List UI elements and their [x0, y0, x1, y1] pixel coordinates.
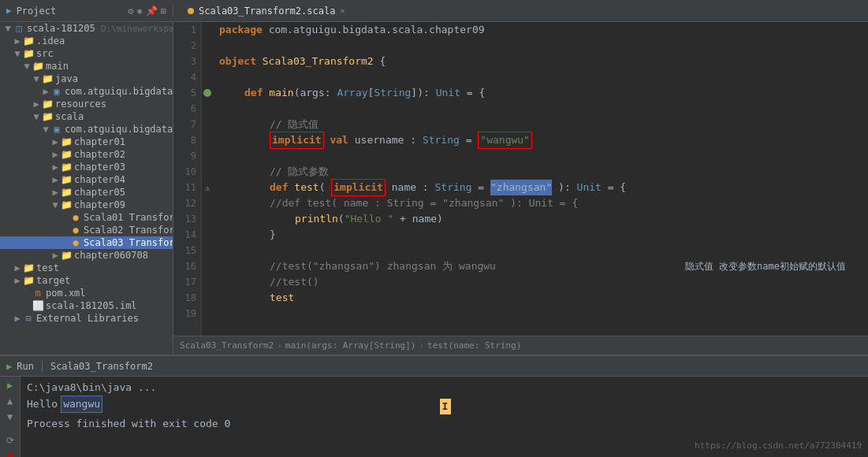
ch09-arrow: ▼	[50, 199, 60, 210]
g7	[202, 117, 213, 132]
code-line-2	[219, 38, 862, 54]
g15	[202, 243, 213, 258]
tree-test[interactable]: ▶ 📁 test	[0, 262, 173, 274]
fn-test-call: test	[270, 290, 294, 306]
tree-ch01[interactable]: ▶ 📁 chapter01	[0, 136, 173, 148]
plus13: + name)	[393, 211, 443, 227]
ln-9: 9	[173, 148, 196, 164]
tree-ext-libs[interactable]: ▶ ⊟ External Libraries	[0, 312, 173, 325]
run-play-button[interactable]: ▶	[2, 380, 18, 391]
ln-1: 1	[173, 22, 196, 38]
tree-resources[interactable]: ▶ 📁 resources	[0, 98, 173, 110]
kw-def-11: def	[270, 180, 294, 195]
g13	[202, 211, 213, 227]
run-up-button[interactable]: ▲	[2, 396, 18, 407]
code-line-10: // 隐式参数	[219, 164, 862, 180]
ch02-folder-icon: 📁	[60, 149, 73, 160]
kw-implicit-11: implicit	[331, 179, 386, 196]
scala01-icon: ●	[69, 212, 82, 223]
run-sep	[42, 361, 43, 372]
code-content[interactable]: package com.atguigu.bigdata.scala.chapte…	[213, 22, 868, 336]
run-down-button[interactable]: ▼	[2, 411, 18, 422]
tree-com-test[interactable]: ▶ ▣ com.atguiqu.bigdata.test	[0, 85, 173, 98]
tab-label: Scala03_Transform2.scala	[199, 6, 335, 17]
code-line-15	[219, 243, 862, 258]
fn-main: main	[269, 85, 293, 101]
tree-scala03[interactable]: ● Scala03 Transform2	[0, 236, 173, 249]
ln-19: 19	[173, 306, 196, 321]
run-reload-button[interactable]: ⟳	[2, 435, 18, 446]
ln-15: 15	[173, 243, 196, 258]
kw-object: object	[219, 54, 263, 69]
tree-scala01[interactable]: ● Scala01 Transform	[0, 211, 173, 224]
resources-arrow: ▶	[32, 98, 41, 110]
ch05-folder-icon: 📁	[60, 187, 73, 198]
tree-target[interactable]: ▶ 📁 target	[0, 274, 173, 287]
ch04-arrow: ▶	[50, 174, 60, 185]
tree-ch05[interactable]: ▶ 📁 chapter05	[0, 186, 173, 199]
comment-16: //test("zhangsan") zhangsan 为 wangwu	[270, 258, 496, 274]
ln-16: 16	[173, 258, 196, 274]
pin-icon[interactable]: 📌	[146, 6, 158, 17]
config-icon[interactable]: ✱	[137, 6, 143, 17]
run-stop-button[interactable]: ■	[2, 451, 18, 457]
tree-ch060708[interactable]: ▶ 📁 chapter060708	[0, 249, 173, 262]
tree-ch03[interactable]: ▶ 📁 chapter03	[0, 161, 173, 173]
colon8: :	[410, 132, 423, 148]
gear-icon[interactable]: ⚙	[128, 6, 133, 17]
comment-12: //def test( name : String = "zhangsan" )…	[270, 195, 578, 211]
bracket-close: ]):	[411, 85, 435, 101]
active-tab[interactable]: Scala03_Transform2.scala ✕	[180, 2, 352, 20]
tree-pom[interactable]: m pom.xml	[0, 287, 173, 299]
g19	[202, 306, 213, 321]
tree-scala02[interactable]: ● Scala02 Transform1	[0, 224, 173, 236]
tree-scala[interactable]: ▼ 📁 scala	[0, 110, 173, 123]
tree-ch09[interactable]: ▼ 📁 chapter09	[0, 199, 173, 211]
close11: ):	[552, 180, 576, 195]
eq8: =	[460, 132, 478, 148]
idea-arrow: ▶	[13, 35, 22, 46]
g5[interactable]	[202, 85, 213, 101]
tree-idea[interactable]: ▶ 📁 .idea	[0, 35, 173, 47]
ch02-arrow: ▶	[50, 149, 60, 160]
test-folder-icon: 📁	[22, 262, 35, 273]
scala-folder-icon: 📁	[41, 111, 54, 122]
code-line-1: package com.atguigu.bigdata.scala.chapte…	[219, 22, 862, 38]
code-line-11: def test ( implicit name : String = "zha…	[219, 180, 862, 195]
main-arrow: ▼	[22, 61, 32, 72]
tree-src[interactable]: ▼ 📁 src	[0, 47, 173, 60]
tree-root[interactable]: ▼ ◫ scala-181205 D:\mineworkspace\idea\c…	[0, 22, 173, 35]
run-output: C:\java8\bin\java ... Hello wangwu Proce…	[20, 377, 868, 457]
expand-icon[interactable]: ⊞	[161, 6, 166, 17]
tree-java[interactable]: ▼ 📁 java	[0, 72, 173, 85]
src-folder-icon: 📁	[22, 48, 35, 59]
g17	[202, 274, 213, 290]
tree-ch02[interactable]: ▶ 📁 chapter02	[0, 148, 173, 161]
username-var: username	[355, 132, 410, 148]
ch03-folder-icon: 📁	[60, 162, 73, 173]
code-line-18: test	[219, 290, 862, 306]
run-header-label: Run	[17, 361, 34, 372]
brace-14: }	[270, 227, 276, 243]
ln-3: 3	[173, 54, 196, 69]
tab-close-button[interactable]: ✕	[340, 6, 345, 15]
comment-10: // 隐式参数	[270, 164, 329, 180]
kw-package: package	[219, 22, 269, 38]
code-line-6	[219, 101, 862, 117]
g8	[202, 132, 213, 148]
code-line-16: //test("zhangsan") zhangsan 为 wangwu 隐式值…	[219, 258, 862, 274]
tree-main[interactable]: ▼ 📁 main	[0, 60, 173, 72]
tree-ch04[interactable]: ▶ 📁 chapter04	[0, 173, 173, 186]
tree-com-scala[interactable]: ▼ ▣ com.atguiqu.bigdata.scala	[0, 123, 173, 136]
tree-iml[interactable]: ⬜ scala-181205.iml	[0, 299, 173, 312]
bracket-string: [	[368, 85, 374, 101]
type-unit-11: Unit	[577, 180, 602, 195]
println-args: (	[338, 211, 345, 227]
target-arrow: ▶	[13, 275, 22, 286]
run-indicator-5[interactable]	[203, 89, 211, 97]
csdn-link: https://blog.csdn.net/a772304419	[695, 438, 862, 454]
g12	[202, 195, 213, 211]
str-zhangsan-11: "zhangsan"	[490, 180, 552, 195]
main-folder-icon: 📁	[32, 61, 44, 72]
run-java-cmd: C:\java8\bin\java ...	[27, 380, 156, 396]
